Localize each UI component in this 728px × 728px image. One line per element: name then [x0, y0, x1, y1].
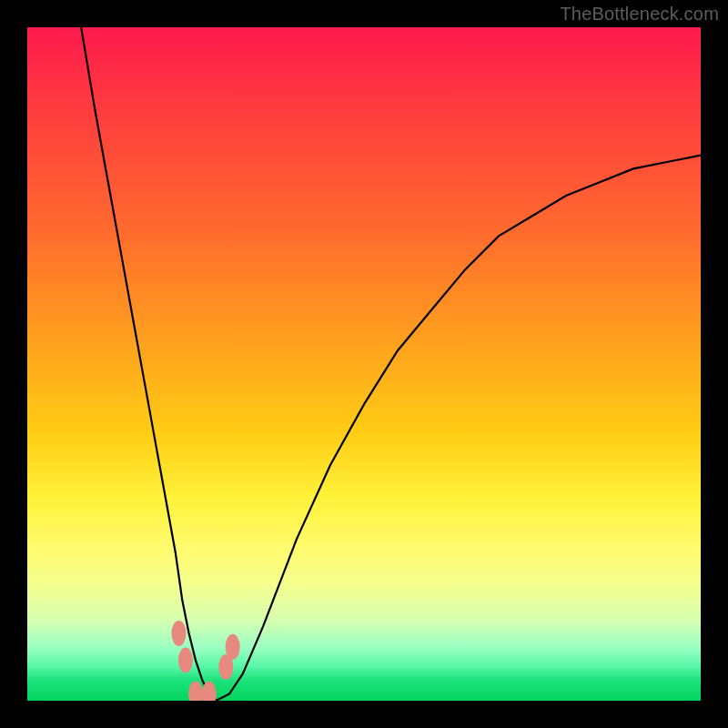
chart-frame: TheBottleneck.com — [0, 0, 728, 728]
bottleneck-marker — [172, 621, 187, 646]
bottleneck-curve — [81, 27, 701, 701]
watermark-label: TheBottleneck.com — [560, 4, 719, 25]
bottleneck-marker — [178, 648, 193, 673]
chart-svg — [27, 27, 701, 701]
chart-plot-area — [27, 27, 701, 701]
bottleneck-marker — [226, 634, 240, 660]
bottleneck-marker — [188, 682, 203, 701]
bottleneck-markers — [172, 621, 240, 701]
